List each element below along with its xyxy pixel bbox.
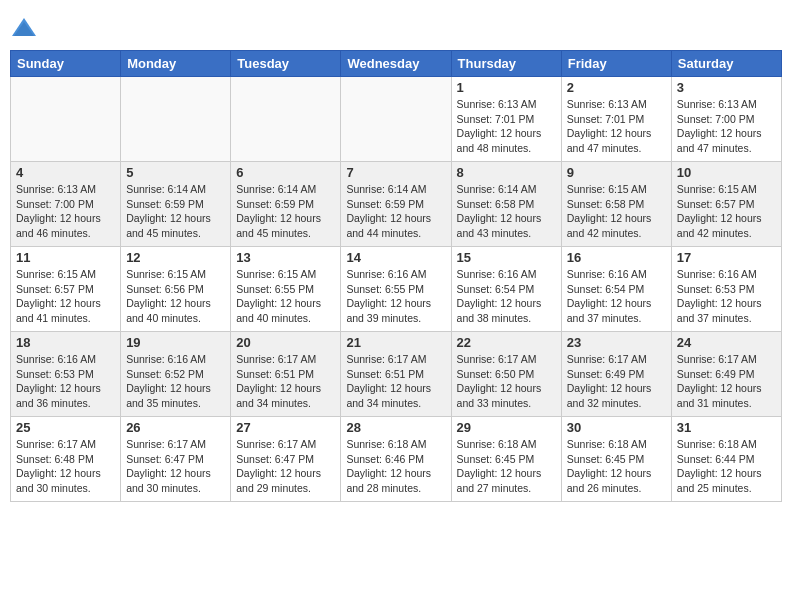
day-number: 29 xyxy=(457,420,556,435)
header-day: Sunday xyxy=(11,51,121,77)
calendar-day: 21Sunrise: 6:17 AM Sunset: 6:51 PM Dayli… xyxy=(341,332,451,417)
logo-icon xyxy=(10,14,38,42)
day-number: 28 xyxy=(346,420,445,435)
calendar-day: 28Sunrise: 6:18 AM Sunset: 6:46 PM Dayli… xyxy=(341,417,451,502)
calendar-day: 27Sunrise: 6:17 AM Sunset: 6:47 PM Dayli… xyxy=(231,417,341,502)
header-day: Saturday xyxy=(671,51,781,77)
day-number: 26 xyxy=(126,420,225,435)
calendar-day: 11Sunrise: 6:15 AM Sunset: 6:57 PM Dayli… xyxy=(11,247,121,332)
day-number: 12 xyxy=(126,250,225,265)
calendar-week: 4Sunrise: 6:13 AM Sunset: 7:00 PM Daylig… xyxy=(11,162,782,247)
calendar-day: 25Sunrise: 6:17 AM Sunset: 6:48 PM Dayli… xyxy=(11,417,121,502)
day-info: Sunrise: 6:18 AM Sunset: 6:44 PM Dayligh… xyxy=(677,437,776,496)
calendar-week: 1Sunrise: 6:13 AM Sunset: 7:01 PM Daylig… xyxy=(11,77,782,162)
calendar-day: 17Sunrise: 6:16 AM Sunset: 6:53 PM Dayli… xyxy=(671,247,781,332)
day-number: 24 xyxy=(677,335,776,350)
header-day: Tuesday xyxy=(231,51,341,77)
day-info: Sunrise: 6:17 AM Sunset: 6:49 PM Dayligh… xyxy=(567,352,666,411)
calendar-day: 19Sunrise: 6:16 AM Sunset: 6:52 PM Dayli… xyxy=(121,332,231,417)
calendar-day: 7Sunrise: 6:14 AM Sunset: 6:59 PM Daylig… xyxy=(341,162,451,247)
day-info: Sunrise: 6:17 AM Sunset: 6:48 PM Dayligh… xyxy=(16,437,115,496)
day-number: 5 xyxy=(126,165,225,180)
logo xyxy=(10,14,42,42)
day-info: Sunrise: 6:16 AM Sunset: 6:54 PM Dayligh… xyxy=(457,267,556,326)
calendar-table: SundayMondayTuesdayWednesdayThursdayFrid… xyxy=(10,50,782,502)
day-info: Sunrise: 6:16 AM Sunset: 6:55 PM Dayligh… xyxy=(346,267,445,326)
header-day: Monday xyxy=(121,51,231,77)
day-info: Sunrise: 6:14 AM Sunset: 6:59 PM Dayligh… xyxy=(236,182,335,241)
day-number: 30 xyxy=(567,420,666,435)
day-number: 21 xyxy=(346,335,445,350)
calendar-day xyxy=(11,77,121,162)
day-info: Sunrise: 6:17 AM Sunset: 6:49 PM Dayligh… xyxy=(677,352,776,411)
day-info: Sunrise: 6:17 AM Sunset: 6:51 PM Dayligh… xyxy=(236,352,335,411)
calendar-day: 14Sunrise: 6:16 AM Sunset: 6:55 PM Dayli… xyxy=(341,247,451,332)
day-number: 10 xyxy=(677,165,776,180)
day-number: 13 xyxy=(236,250,335,265)
day-info: Sunrise: 6:14 AM Sunset: 6:59 PM Dayligh… xyxy=(346,182,445,241)
day-info: Sunrise: 6:16 AM Sunset: 6:53 PM Dayligh… xyxy=(16,352,115,411)
calendar-day: 16Sunrise: 6:16 AM Sunset: 6:54 PM Dayli… xyxy=(561,247,671,332)
day-info: Sunrise: 6:15 AM Sunset: 6:55 PM Dayligh… xyxy=(236,267,335,326)
header-day: Wednesday xyxy=(341,51,451,77)
day-number: 8 xyxy=(457,165,556,180)
day-info: Sunrise: 6:15 AM Sunset: 6:58 PM Dayligh… xyxy=(567,182,666,241)
day-info: Sunrise: 6:14 AM Sunset: 6:59 PM Dayligh… xyxy=(126,182,225,241)
calendar-day: 2Sunrise: 6:13 AM Sunset: 7:01 PM Daylig… xyxy=(561,77,671,162)
calendar-week: 18Sunrise: 6:16 AM Sunset: 6:53 PM Dayli… xyxy=(11,332,782,417)
calendar-day: 9Sunrise: 6:15 AM Sunset: 6:58 PM Daylig… xyxy=(561,162,671,247)
header-row: SundayMondayTuesdayWednesdayThursdayFrid… xyxy=(11,51,782,77)
day-number: 19 xyxy=(126,335,225,350)
day-number: 16 xyxy=(567,250,666,265)
day-number: 11 xyxy=(16,250,115,265)
day-info: Sunrise: 6:17 AM Sunset: 6:50 PM Dayligh… xyxy=(457,352,556,411)
day-info: Sunrise: 6:18 AM Sunset: 6:45 PM Dayligh… xyxy=(567,437,666,496)
day-info: Sunrise: 6:18 AM Sunset: 6:45 PM Dayligh… xyxy=(457,437,556,496)
day-info: Sunrise: 6:16 AM Sunset: 6:52 PM Dayligh… xyxy=(126,352,225,411)
calendar-day xyxy=(121,77,231,162)
day-number: 4 xyxy=(16,165,115,180)
calendar-body: 1Sunrise: 6:13 AM Sunset: 7:01 PM Daylig… xyxy=(11,77,782,502)
day-number: 31 xyxy=(677,420,776,435)
calendar-day: 22Sunrise: 6:17 AM Sunset: 6:50 PM Dayli… xyxy=(451,332,561,417)
calendar-day: 1Sunrise: 6:13 AM Sunset: 7:01 PM Daylig… xyxy=(451,77,561,162)
day-info: Sunrise: 6:16 AM Sunset: 6:54 PM Dayligh… xyxy=(567,267,666,326)
day-info: Sunrise: 6:13 AM Sunset: 7:01 PM Dayligh… xyxy=(457,97,556,156)
day-info: Sunrise: 6:13 AM Sunset: 7:01 PM Dayligh… xyxy=(567,97,666,156)
calendar-day: 29Sunrise: 6:18 AM Sunset: 6:45 PM Dayli… xyxy=(451,417,561,502)
calendar-header: SundayMondayTuesdayWednesdayThursdayFrid… xyxy=(11,51,782,77)
calendar-day: 20Sunrise: 6:17 AM Sunset: 6:51 PM Dayli… xyxy=(231,332,341,417)
day-info: Sunrise: 6:18 AM Sunset: 6:46 PM Dayligh… xyxy=(346,437,445,496)
calendar-day: 12Sunrise: 6:15 AM Sunset: 6:56 PM Dayli… xyxy=(121,247,231,332)
calendar-day: 8Sunrise: 6:14 AM Sunset: 6:58 PM Daylig… xyxy=(451,162,561,247)
day-number: 6 xyxy=(236,165,335,180)
header-day: Friday xyxy=(561,51,671,77)
calendar-day: 26Sunrise: 6:17 AM Sunset: 6:47 PM Dayli… xyxy=(121,417,231,502)
day-number: 20 xyxy=(236,335,335,350)
day-number: 25 xyxy=(16,420,115,435)
day-number: 15 xyxy=(457,250,556,265)
calendar-day: 13Sunrise: 6:15 AM Sunset: 6:55 PM Dayli… xyxy=(231,247,341,332)
day-info: Sunrise: 6:15 AM Sunset: 6:57 PM Dayligh… xyxy=(16,267,115,326)
calendar-day: 5Sunrise: 6:14 AM Sunset: 6:59 PM Daylig… xyxy=(121,162,231,247)
day-number: 23 xyxy=(567,335,666,350)
day-number: 7 xyxy=(346,165,445,180)
day-info: Sunrise: 6:15 AM Sunset: 6:56 PM Dayligh… xyxy=(126,267,225,326)
calendar-day: 15Sunrise: 6:16 AM Sunset: 6:54 PM Dayli… xyxy=(451,247,561,332)
calendar-week: 11Sunrise: 6:15 AM Sunset: 6:57 PM Dayli… xyxy=(11,247,782,332)
day-number: 2 xyxy=(567,80,666,95)
day-info: Sunrise: 6:17 AM Sunset: 6:47 PM Dayligh… xyxy=(126,437,225,496)
day-number: 18 xyxy=(16,335,115,350)
day-info: Sunrise: 6:15 AM Sunset: 6:57 PM Dayligh… xyxy=(677,182,776,241)
calendar-day: 30Sunrise: 6:18 AM Sunset: 6:45 PM Dayli… xyxy=(561,417,671,502)
header xyxy=(10,10,782,42)
calendar-day xyxy=(341,77,451,162)
calendar-day: 23Sunrise: 6:17 AM Sunset: 6:49 PM Dayli… xyxy=(561,332,671,417)
header-day: Thursday xyxy=(451,51,561,77)
day-info: Sunrise: 6:13 AM Sunset: 7:00 PM Dayligh… xyxy=(677,97,776,156)
day-info: Sunrise: 6:13 AM Sunset: 7:00 PM Dayligh… xyxy=(16,182,115,241)
calendar-day: 6Sunrise: 6:14 AM Sunset: 6:59 PM Daylig… xyxy=(231,162,341,247)
day-number: 3 xyxy=(677,80,776,95)
calendar-day: 3Sunrise: 6:13 AM Sunset: 7:00 PM Daylig… xyxy=(671,77,781,162)
day-number: 14 xyxy=(346,250,445,265)
